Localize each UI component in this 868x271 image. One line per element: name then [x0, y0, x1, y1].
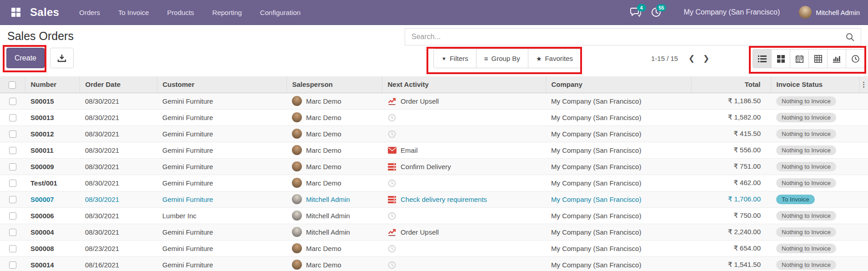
header-total[interactable]: Total [691, 76, 771, 93]
order-total: ₹ 1,186.50 [728, 97, 761, 105]
company-name: My Company (San Francisco) [551, 196, 641, 203]
salesperson-avatar [292, 112, 302, 122]
header-order-date[interactable]: Order Date [80, 76, 157, 93]
salesperson-name: Marc Demo [306, 261, 341, 269]
row-checkbox[interactable] [9, 212, 16, 220]
row-checkbox[interactable] [9, 261, 16, 269]
control-panel: Sales Orders Create ▼ Filters ≡ Group By… [0, 25, 868, 76]
list-view-button[interactable] [753, 49, 772, 68]
delivery-icon[interactable] [387, 196, 396, 203]
activity-view-button[interactable] [846, 49, 865, 68]
nav-menu-reporting[interactable]: Reporting [212, 9, 242, 16]
row-checkbox[interactable] [9, 130, 16, 138]
salesperson-avatar [292, 161, 302, 171]
nav-menu-configuration[interactable]: Configuration [260, 9, 301, 16]
nav-menus: Orders To Invoice Products Reporting Con… [79, 9, 301, 16]
clock-icon[interactable] [387, 245, 396, 253]
optional-columns-icon[interactable]: ⋮ [859, 76, 868, 93]
clock-icon[interactable] [387, 179, 396, 187]
order-total: ₹ 2,240.00 [728, 228, 761, 236]
app-brand[interactable]: Sales [30, 6, 59, 19]
next-activity-label: Order Upsell [401, 228, 439, 236]
clock-icon[interactable] [387, 130, 396, 138]
email-icon[interactable] [387, 147, 396, 154]
row-checkbox[interactable] [9, 229, 16, 236]
header-customer[interactable]: Customer [157, 76, 286, 93]
pager-next-button[interactable]: ❯ [699, 49, 713, 68]
order-date: 08/16/2021 [85, 261, 119, 269]
row-checkbox[interactable] [9, 180, 16, 187]
table-row[interactable]: S00007 08/30/2021 Gemini Furniture Mitch… [0, 191, 868, 207]
order-number: S00012 [30, 130, 54, 138]
order-number: S00008 [30, 245, 54, 252]
salesperson-name: Marc Demo [306, 179, 341, 187]
clock-icon[interactable] [387, 261, 396, 269]
search-bar [405, 28, 861, 45]
pager-previous-button[interactable]: ❮ [684, 49, 699, 68]
filters-button[interactable]: ▼ Filters [433, 49, 477, 68]
export-button[interactable] [50, 48, 74, 68]
search-input[interactable] [405, 33, 846, 41]
clock-icon[interactable] [387, 212, 396, 220]
table-row[interactable]: S00008 08/23/2021 Gemini Furniture Marc … [0, 240, 868, 256]
header-invoice-status[interactable]: Invoice Status [771, 76, 859, 93]
table-row[interactable]: S00014 08/16/2021 Gemini Furniture Marc … [0, 256, 868, 271]
table-row[interactable]: S00006 08/30/2021 Lumber Inc Mitchell Ad… [0, 207, 868, 224]
upsell-icon[interactable] [387, 98, 396, 105]
row-checkbox[interactable] [9, 163, 16, 171]
download-icon [57, 54, 66, 63]
sales-orders-table: Number Order Date Customer Salesperson N… [0, 76, 868, 271]
salesperson-name: Marc Demo [306, 163, 341, 171]
user-menu[interactable]: Mitchell Admin [799, 6, 860, 19]
clock-icon[interactable] [387, 114, 396, 122]
activities-menu-button[interactable]: 55 [651, 7, 661, 17]
salesperson-avatar [292, 211, 302, 221]
nav-menu-products[interactable]: Products [167, 9, 194, 16]
header-number[interactable]: Number [25, 76, 80, 93]
apps-grid-icon[interactable] [8, 5, 24, 20]
company-name: My Company (San Francisco) [551, 130, 641, 138]
table-row[interactable]: S00015 08/30/2021 Gemini Furniture Marc … [0, 93, 868, 109]
company-switcher[interactable]: My Company (San Francisco) [684, 8, 780, 16]
delivery-icon[interactable] [387, 163, 396, 171]
company-name: My Company (San Francisco) [551, 212, 641, 220]
table-row[interactable]: S00012 08/30/2021 Gemini Furniture Marc … [0, 125, 868, 142]
salesperson-avatar [292, 194, 302, 204]
header-company[interactable]: Company [546, 76, 691, 93]
group-by-button[interactable]: ≡ Group By [477, 49, 528, 68]
calendar-view-button[interactable] [790, 49, 809, 68]
order-total: ₹ 462.00 [733, 179, 761, 186]
select-all-checkbox[interactable] [9, 81, 16, 89]
order-number: S00014 [30, 261, 54, 269]
table-row[interactable]: S00011 08/30/2021 Gemini Furniture Marc … [0, 142, 868, 158]
invoice-status-badge: Nothing to Invoice [776, 162, 836, 171]
row-checkbox[interactable] [9, 245, 16, 252]
table-row[interactable]: S00009 08/30/2021 Gemini Furniture Marc … [0, 158, 868, 175]
customer-name: Gemini Furniture [162, 245, 213, 252]
company-name: My Company (San Francisco) [551, 146, 641, 154]
row-checkbox[interactable] [9, 196, 16, 203]
row-checkbox[interactable] [9, 114, 16, 121]
nav-menu-to-invoice[interactable]: To Invoice [118, 9, 149, 16]
kanban-view-button[interactable] [772, 49, 790, 68]
favorites-button[interactable]: ★ Favorites [528, 49, 581, 68]
upsell-icon[interactable] [387, 229, 396, 236]
row-checkbox[interactable] [9, 147, 16, 154]
table-row[interactable]: S00004 08/30/2021 Gemini Furniture Mitch… [0, 224, 868, 240]
nav-menu-orders[interactable]: Orders [79, 9, 100, 16]
company-name: My Company (San Francisco) [551, 228, 641, 236]
messages-menu-button[interactable]: 4 [630, 7, 641, 17]
table-row[interactable]: S00013 08/30/2021 Gemini Furniture Marc … [0, 109, 868, 125]
pivot-view-button[interactable] [809, 49, 828, 68]
create-button[interactable]: Create [6, 48, 45, 68]
table-header-row: Number Order Date Customer Salesperson N… [0, 76, 868, 93]
invoice-status-badge: Nothing to Invoice [776, 244, 836, 253]
header-next-activity[interactable]: Next Activity [382, 76, 546, 93]
next-activity-label: Check delivery requirements [401, 196, 487, 203]
row-checkbox[interactable] [9, 98, 16, 105]
table-row[interactable]: Test/001 08/30/2021 Gemini Furniture Mar… [0, 175, 868, 191]
salesperson-avatar [292, 260, 302, 270]
header-salesperson[interactable]: Salesperson [286, 76, 382, 93]
search-icon[interactable] [846, 33, 854, 41]
graph-view-button[interactable] [828, 49, 846, 68]
